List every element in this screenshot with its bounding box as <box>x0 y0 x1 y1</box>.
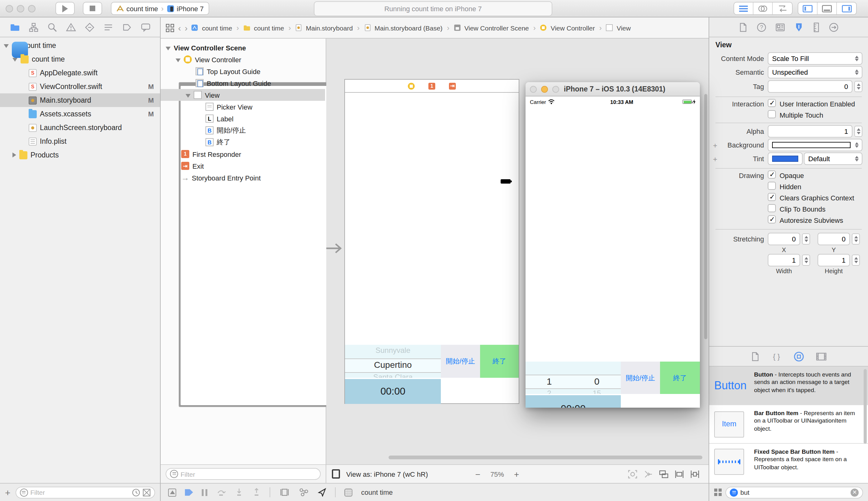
zoom-level[interactable]: 75% <box>490 470 504 478</box>
crumb-scene[interactable]: View Controller Scene <box>464 24 529 31</box>
canvas-horizontal-scrollbar[interactable] <box>389 456 702 459</box>
outline-row-bottomlayoutguide[interactable]: Bottom Layout Guide <box>161 77 325 89</box>
file-template-library-icon[interactable] <box>751 351 759 361</box>
stretch-width-stepper[interactable] <box>802 255 810 266</box>
crumb-folder[interactable]: count time <box>254 24 284 31</box>
zoom-window-button[interactable] <box>28 5 35 12</box>
outline-row-toplayoutguide[interactable]: Top Layout Guide <box>161 65 325 77</box>
disclosure-icon[interactable] <box>12 58 18 62</box>
step-out-button[interactable] <box>252 488 261 497</box>
file-row-assets[interactable]: Assets.xcassets M <box>0 107 160 121</box>
file-row-group[interactable]: count time <box>0 52 160 66</box>
report-navigator-icon[interactable] <box>140 22 150 32</box>
toggle-inspector-button[interactable] <box>837 2 856 14</box>
file-row-main-storyboard[interactable]: Main.storyboard M <box>0 93 160 107</box>
first-responder-icon[interactable]: 1 <box>428 83 435 89</box>
version-editor-button[interactable] <box>773 2 792 14</box>
stretch-x-field[interactable]: 0 <box>768 233 800 245</box>
device-configuration-icon[interactable] <box>332 469 340 479</box>
update-frames-icon[interactable] <box>628 470 638 478</box>
canvas-vertical-scrollbar[interactable] <box>704 94 707 339</box>
resolve-autolayout-icon[interactable] <box>643 470 653 478</box>
background-color-well[interactable] <box>768 139 862 151</box>
hidden-checkbox[interactable] <box>768 182 776 190</box>
outline-row-entrypoint[interactable]: →Storyboard Entry Point <box>161 172 325 184</box>
simulator-picker-view[interactable]: 1 0 2 15 <box>526 362 621 394</box>
related-items-icon[interactable] <box>166 23 174 32</box>
breakpoint-navigator-icon[interactable] <box>122 22 132 32</box>
crumb-storyboard[interactable]: Main.storyboard <box>306 24 353 31</box>
file-row-viewcontroller[interactable]: S ViewController.swift M <box>0 80 160 93</box>
pause-button[interactable] <box>202 489 207 496</box>
zoom-out-button[interactable]: − <box>475 469 480 479</box>
outline-row-view[interactable]: View <box>161 89 325 101</box>
storyboard-entry-point-arrow[interactable] <box>326 242 345 255</box>
library-filter-input[interactable] <box>740 489 848 496</box>
tag-field[interactable]: 0 <box>768 80 853 93</box>
library-scrollbar[interactable] <box>864 369 867 444</box>
close-window-button[interactable] <box>6 5 13 12</box>
toggle-navigator-button[interactable] <box>798 2 817 14</box>
library-item-fixed-space[interactable]: Fixed Space Bar Button Item - Represents… <box>709 444 868 480</box>
issue-navigator-icon[interactable] <box>66 22 76 32</box>
end-button[interactable]: 終了 <box>660 362 700 394</box>
project-navigator-icon[interactable] <box>10 22 20 32</box>
outline-row-viewcontroller[interactable]: View Controller <box>161 54 325 65</box>
stretch-y-stepper[interactable] <box>852 233 860 245</box>
test-navigator-icon[interactable] <box>84 22 94 32</box>
file-row-launchscreen[interactable]: LaunchScreen.storyboard <box>0 121 160 135</box>
zoom-in-button[interactable]: + <box>514 469 519 479</box>
add-button[interactable]: + <box>5 487 11 498</box>
file-row-appdelegate[interactable]: S AppDelegate.swift <box>0 66 160 80</box>
library-item-bar-button-item[interactable]: Item Bar Button Item - Represents an ite… <box>709 405 868 444</box>
connections-inspector-icon[interactable] <box>829 22 839 32</box>
standard-editor-button[interactable] <box>734 2 753 14</box>
disclosure-icon[interactable] <box>166 46 171 50</box>
simulator-screen[interactable]: Carrier 10:33 AM 1 0 2 15 開始/停止 終了 <box>526 96 700 408</box>
media-library-icon[interactable] <box>815 351 827 361</box>
code-snippet-library-icon[interactable]: { } <box>771 351 782 361</box>
content-mode-dropdown[interactable]: Scale To Fill <box>768 52 862 65</box>
assistant-editor-button[interactable] <box>753 2 773 14</box>
disclosure-icon[interactable] <box>186 94 191 97</box>
stretch-x-stepper[interactable] <box>802 233 810 245</box>
step-into-button[interactable] <box>235 488 243 497</box>
clears-graphics-context-checkbox[interactable] <box>768 193 776 201</box>
disclosure-icon[interactable] <box>4 44 9 48</box>
crumb-viewcontroller[interactable]: View Controller <box>551 24 595 31</box>
navigator-filter-input[interactable] <box>31 489 129 496</box>
disclosure-icon[interactable] <box>12 152 16 158</box>
breakpoints-toggle-button[interactable] <box>168 488 176 496</box>
start-stop-button[interactable]: 開始/停止 <box>621 362 660 394</box>
tag-stepper[interactable] <box>854 81 862 92</box>
pin-constraints-icon[interactable] <box>690 470 700 478</box>
timer-label[interactable]: 00:00 <box>526 395 621 408</box>
crumb-storyboard-base[interactable]: Main.storyboard (Base) <box>374 24 442 31</box>
size-inspector-icon[interactable] <box>813 22 820 32</box>
end-button[interactable]: 終了 <box>480 345 519 378</box>
outline-row-exit[interactable]: ⇥Exit <box>161 160 325 172</box>
stretch-width-field[interactable]: 1 <box>768 254 800 266</box>
library-item-button[interactable]: Button Button - Intercepts touch events … <box>709 366 868 405</box>
back-button[interactable]: ‹ <box>178 23 181 33</box>
scene-root-view[interactable]: Sunnyvale Cupertino Santa Clara 開始/停止 終了… <box>345 93 519 404</box>
start-stop-button[interactable]: 開始/停止 <box>441 345 480 378</box>
outline-row-start-button[interactable]: B開始/停止 <box>161 125 325 136</box>
disclosure-icon[interactable] <box>176 58 181 62</box>
view-controller-icon[interactable] <box>408 83 415 89</box>
scene-picker-view[interactable]: Sunnyvale Cupertino Santa Clara <box>345 345 441 378</box>
timer-label[interactable]: 00:00 <box>345 379 441 404</box>
navigator-filter-field[interactable] <box>15 486 155 498</box>
view-hierarchy-debugger-button[interactable] <box>279 488 290 497</box>
simulate-location-button[interactable] <box>318 488 326 497</box>
minimize-window-button[interactable] <box>541 86 548 93</box>
tint-color-well[interactable] <box>768 152 803 165</box>
multiple-touch-checkbox[interactable] <box>768 110 776 118</box>
file-inspector-icon[interactable] <box>739 22 748 32</box>
clip-to-bounds-checkbox[interactable] <box>768 204 776 212</box>
library-view-toggle-icon[interactable] <box>714 489 722 496</box>
outline-filter-field[interactable] <box>166 468 321 480</box>
simulator-window[interactable]: iPhone 7 – iOS 10.3 (14E8301) Carrier 10… <box>526 82 700 408</box>
outline-row-pickerview[interactable]: Picker View <box>161 101 325 113</box>
alpha-field[interactable]: 1 <box>768 125 853 138</box>
